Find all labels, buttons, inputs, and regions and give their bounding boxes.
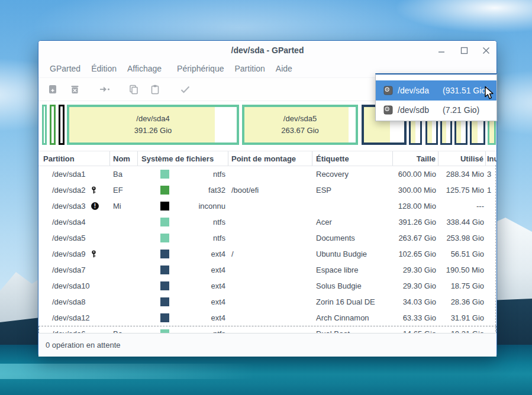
new-partition-button[interactable]	[47, 84, 58, 95]
table-row[interactable]: /dev/sda2 EF fat32 /boot/efi ESP 300.00 …	[38, 182, 496, 198]
table-row[interactable]: /dev/sda6 Ba ntfs Dual Boot 14.65 Gio 10…	[38, 326, 496, 333]
partition-table: /dev/sda1 Ba ntfs Recovery 600.00 Mio 28…	[38, 166, 496, 333]
header-used: Utilisé	[439, 151, 486, 166]
fs-color-swatch	[160, 281, 169, 290]
table-row[interactable]: /dev/sda10 ext4 Solus Budgie 29.30 Gio 1…	[38, 278, 496, 294]
clipped-row-container: /dev/sda6 Ba ntfs Dual Boot 14.65 Gio 10…	[38, 326, 496, 333]
mounted-key-icon	[91, 250, 96, 260]
fs-color-swatch	[160, 313, 169, 322]
gparted-window: /dev/sda - GParted GParted Édition Affic…	[38, 40, 497, 355]
header-mountpoint: Point de montage	[228, 151, 312, 166]
fs-color-swatch	[160, 170, 169, 179]
menu-edition[interactable]: Édition	[86, 60, 122, 77]
delete-partition-button[interactable]	[69, 84, 80, 95]
minimize-button[interactable]	[437, 46, 447, 56]
header-unused: Inutilisé	[486, 151, 496, 166]
fs-color-swatch	[160, 297, 169, 306]
window-title: /dev/sda - GParted	[38, 41, 496, 60]
partition-block-sda5[interactable]: /dev/sda5 263.67 Gio	[242, 105, 358, 145]
menu-aide[interactable]: Aide	[270, 60, 298, 77]
resize-move-button[interactable]	[99, 84, 109, 95]
new-partition-icon	[47, 84, 58, 95]
device-size: (7.21 Gio)	[443, 105, 479, 115]
fs-color-swatch	[160, 218, 169, 226]
status-bar: 0 opération en attente	[38, 333, 496, 357]
device-size: (931.51 Gio)	[443, 86, 489, 95]
wallpaper-sea-highlight	[0, 364, 254, 379]
fs-color-swatch	[160, 234, 169, 242]
device-dropdown-popup: /dev/sda (931.51 Gio) /dev/sdb (7.21 Gio…	[375, 73, 497, 121]
header-filesystem: Système de fichiers	[138, 151, 228, 166]
copy-icon	[128, 84, 139, 95]
table-row[interactable]: /dev/sda9 ext4 / Ubuntu Budgie 102.65 Gi…	[38, 246, 496, 262]
table-row[interactable]: /dev/sda5 ntfs Documents 263.67 Gio 253.…	[38, 230, 496, 246]
warning-icon	[91, 202, 99, 210]
titlebar[interactable]: /dev/sda - GParted	[38, 41, 496, 60]
fs-color-swatch	[160, 250, 169, 258]
partition-block-label: /dev/sda4 391.26 Gio	[69, 107, 237, 143]
copy-button[interactable]	[128, 84, 139, 95]
apply-check-icon	[179, 84, 191, 95]
close-button[interactable]	[481, 46, 491, 56]
resize-move-icon	[99, 84, 111, 95]
device-option-sdb[interactable]: /dev/sdb (7.21 Gio)	[376, 101, 496, 119]
table-row[interactable]: /dev/sda4 ntfs Acer 391.26 Gio 338.44 Gi…	[38, 214, 496, 230]
header-label: Étiquette	[312, 151, 393, 166]
header-nom: Nom	[110, 151, 138, 166]
maximize-button[interactable]	[459, 46, 469, 56]
fs-color-swatch	[160, 202, 169, 211]
menu-peripherique[interactable]: Périphérique	[172, 60, 229, 77]
fs-color-swatch	[160, 186, 169, 195]
paste-icon	[150, 84, 160, 95]
maximize-icon	[460, 47, 468, 54]
minimize-icon	[438, 47, 446, 54]
mounted-key-icon	[91, 186, 96, 196]
delete-partition-icon	[69, 84, 80, 95]
table-row[interactable]: /dev/sda12 ext4 Arch Cinnamon 63.33 Gio …	[38, 310, 496, 326]
table-header: Partition Nom Système de fichiers Point …	[38, 151, 496, 166]
mouse-cursor	[484, 86, 495, 103]
device-option-sda[interactable]: /dev/sda (931.51 Gio)	[376, 80, 496, 101]
menu-partition[interactable]: Partition	[229, 60, 270, 77]
table-row[interactable]: /dev/sda7 ext4 Espace libre 29.30 Gio 19…	[38, 262, 496, 278]
table-right-dashed-edge	[495, 165, 496, 332]
partition-block-sda3[interactable]	[59, 105, 65, 145]
menu-affichage[interactable]: Affichage	[122, 60, 167, 77]
fs-color-swatch	[160, 266, 169, 274]
menu-gparted[interactable]: GParted	[44, 60, 86, 77]
header-partition: Partition	[38, 151, 110, 166]
close-icon	[482, 47, 490, 54]
table-row[interactable]: /dev/sda3 Mi inconnu 128.00 Mio ---	[38, 198, 496, 214]
hard-drive-icon	[383, 105, 393, 115]
desktop: /dev/sda - GParted GParted Édition Affic…	[0, 0, 532, 395]
partition-block-sda4[interactable]: /dev/sda4 391.26 Gio	[67, 105, 239, 145]
partition-block-sda1[interactable]	[42, 105, 47, 145]
apply-operations-button[interactable]	[179, 84, 190, 95]
hard-drive-icon	[383, 86, 393, 95]
table-row[interactable]: /dev/sda1 Ba ntfs Recovery 600.00 Mio 28…	[38, 166, 496, 182]
partition-block-sda2[interactable]	[50, 105, 56, 145]
paste-button[interactable]	[150, 84, 160, 95]
header-size: Taille	[393, 151, 439, 166]
fs-color-swatch	[160, 329, 169, 333]
partition-block-label: /dev/sda5 263.67 Gio	[244, 107, 356, 143]
table-row[interactable]: /dev/sda8 ext4 Zorin 16 Dual DE 34.03 Gi…	[38, 294, 496, 310]
